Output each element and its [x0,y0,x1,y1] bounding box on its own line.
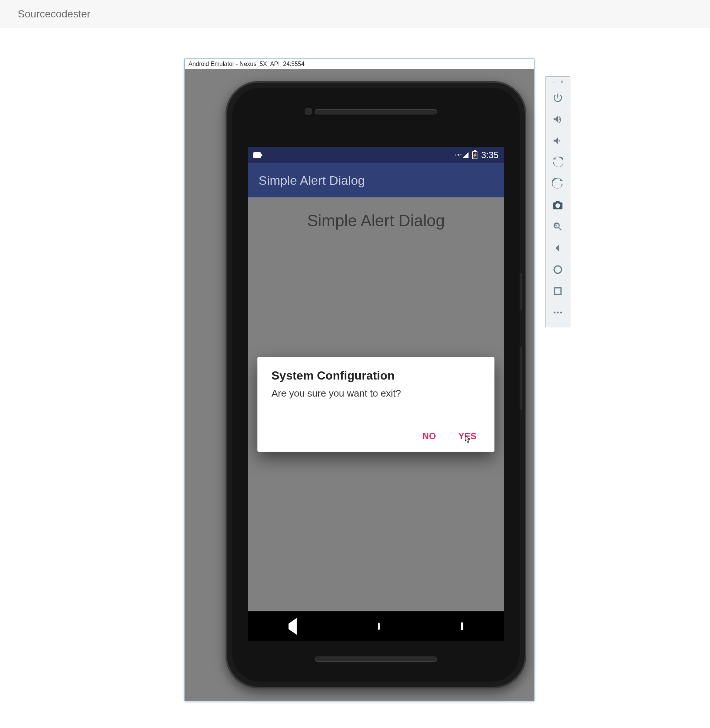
site-header: Sourcecodester [0,0,710,28]
volume-down-icon [552,135,563,146]
earpiece-speaker [315,109,437,114]
back-icon [552,243,563,253]
nav-overview-button[interactable] [461,624,464,629]
emulator-toolbar: – × [545,76,571,327]
sdcard-icon [253,152,261,158]
toolbar-overview-button[interactable] [549,280,567,302]
emulator-window-title: Android Emulator - Nexus_5X_API_24:5554 [189,61,304,67]
network-label: LTE [455,153,462,157]
app-bar: Simple Alert Dialog [248,163,504,197]
dialog-no-button[interactable]: NO [422,431,436,441]
dialog-scrim[interactable]: System Configuration Are you sure you wa… [248,197,504,611]
dialog-yes-button[interactable]: YES [458,431,477,441]
emulator-window: Android Emulator - Nexus_5X_API_24:5554 [185,59,534,701]
alert-dialog: System Configuration Are you sure you wa… [257,357,494,452]
status-time: 3:35 [481,150,499,160]
rotate-right-icon [552,178,563,189]
battery-charging-icon: ⚡ [472,151,477,159]
side-button-top [519,273,522,310]
svg-point-4 [560,312,562,313]
navigation-bar [248,611,504,641]
rotate-left-button[interactable] [549,151,567,173]
volume-up-icon [552,114,563,125]
dialog-message: Are you sure you want to exit? [271,388,480,399]
phone-body: LTE ⚡ 3:35 Simple Alert Dialog Simple Al… [232,88,519,682]
volume-up-button[interactable] [549,108,567,130]
svg-point-3 [557,312,559,313]
front-camera [305,108,312,115]
volume-down-button[interactable] [549,130,567,151]
home-icon [552,264,563,275]
overview-icon [552,286,563,297]
emulator-toolbar-header: – × [552,79,564,85]
app-bar-title: Simple Alert Dialog [258,173,365,188]
more-icon [552,307,563,318]
screenshot-button[interactable] [549,195,567,216]
bottom-speaker [315,656,437,662]
toolbar-home-button[interactable] [549,259,567,280]
svg-point-2 [554,312,556,313]
site-title: Sourcecodester [18,8,90,20]
camera-icon [552,199,563,211]
home-circle-icon [378,623,380,630]
dialog-yes-label: YES [458,431,477,441]
toolbar-more-button[interactable] [549,302,567,323]
toolbar-back-button[interactable] [549,237,567,259]
status-bar: LTE ⚡ 3:35 [248,147,504,163]
toolbar-minimize-button[interactable]: – [552,79,555,85]
toolbar-close-button[interactable]: × [560,79,564,85]
nav-home-button[interactable] [378,624,380,629]
signal-icon: LTE [455,152,468,158]
nav-back-button[interactable] [289,624,297,629]
phone-screen: LTE ⚡ 3:35 Simple Alert Dialog Simple Al… [248,147,504,641]
dialog-title: System Configuration [271,369,480,382]
phone-device: LTE ⚡ 3:35 Simple Alert Dialog Simple Al… [226,81,526,688]
power-button[interactable] [549,87,567,108]
zoom-button[interactable] [549,216,567,237]
rotate-left-icon [552,157,563,168]
svg-rect-1 [555,288,561,294]
rotate-right-button[interactable] [549,173,567,195]
side-button-bottom [519,347,522,410]
emulator-titlebar[interactable]: Android Emulator - Nexus_5X_API_24:5554 [185,59,534,69]
power-icon [552,92,563,103]
overview-square-icon [461,623,464,630]
zoom-in-icon [552,221,563,232]
app-content: Simple Alert Dialog System Configuration… [248,197,504,611]
stage: Android Emulator - Nexus_5X_API_24:5554 [0,28,710,728]
svg-point-0 [554,266,562,273]
back-triangle-icon [289,618,297,635]
dialog-actions: NO YES [271,431,480,447]
